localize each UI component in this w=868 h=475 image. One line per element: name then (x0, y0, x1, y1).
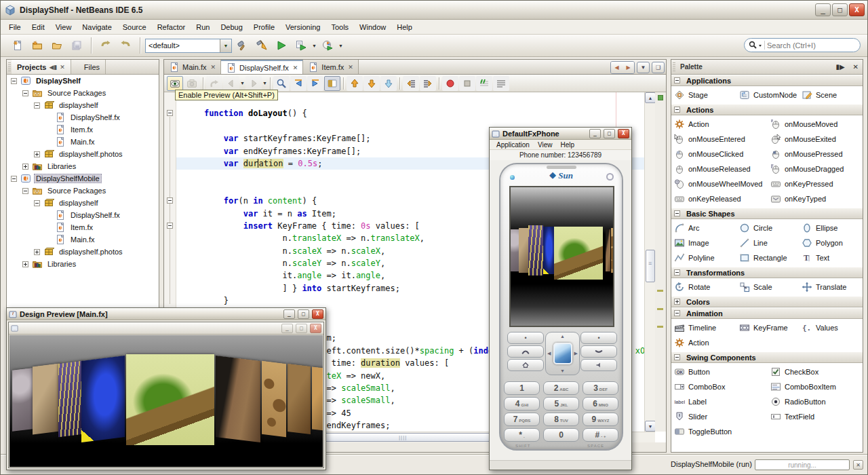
tree-node-displayshelf-photos[interactable]: displayshelf.photos (7, 246, 159, 258)
menu-debug[interactable]: Debug (215, 20, 248, 35)
quick-search[interactable] (744, 38, 861, 52)
right-softkey[interactable]: • (580, 332, 617, 344)
code-fold-handle[interactable] (167, 110, 173, 116)
palette-item-line[interactable]: Line (739, 235, 802, 250)
menu-versioning[interactable]: Versioning (280, 20, 326, 35)
search-input[interactable] (767, 41, 863, 50)
design-preview-titlebar[interactable]: Design Preview [Main.fx] _ □ X (7, 308, 326, 320)
menu-file[interactable]: File (3, 20, 26, 35)
close-tab-icon[interactable]: ✕ (293, 64, 298, 71)
phone-menu-application[interactable]: Application (492, 141, 534, 149)
editor-tab-main-fx[interactable]: Main.fx✕ (164, 60, 221, 74)
palette-item-customnode[interactable]: CustomNode (739, 88, 802, 102)
save-all-button[interactable] (67, 36, 86, 55)
tree-node-displayshelf[interactable]: DisplayShelf (7, 75, 159, 87)
collapse-handle[interactable] (11, 78, 17, 84)
tree-node-displayshelf[interactable]: displayshelf (7, 197, 159, 209)
code-fold-handle[interactable] (167, 223, 173, 229)
menu-help[interactable]: Help (391, 20, 418, 35)
phone-dpad[interactable]: ▲ ▼ ◀ ▶ (545, 332, 580, 375)
record-macro-button[interactable] (442, 76, 458, 91)
collapse-handle[interactable] (22, 90, 28, 96)
prev-occurrence-button[interactable] (290, 76, 307, 91)
debug-button[interactable] (292, 36, 311, 55)
collapse-category-handle[interactable] (674, 310, 680, 316)
tree-node-libraries[interactable]: Libraries (7, 160, 159, 172)
nav-back-button[interactable] (223, 76, 239, 91)
find-button[interactable] (273, 76, 290, 91)
menu-navigate[interactable]: Navigate (77, 20, 117, 35)
close-panel-icon[interactable]: ✕ (60, 64, 65, 71)
phone-key-3[interactable]: 3DEF (583, 381, 618, 395)
palette-item-onkeypressed[interactable]: onKeyPressed (770, 176, 863, 191)
undo-button[interactable] (96, 36, 115, 55)
palette-item-textfield[interactable]: TextField (770, 409, 863, 424)
preview-eye-button[interactable] (167, 76, 183, 91)
comment-button[interactable] (476, 76, 492, 91)
menu-refactor[interactable]: Refactor (152, 20, 191, 35)
palette-item-togglebutton[interactable]: ToggleButton (674, 424, 770, 439)
phone-key-star[interactable]: *. (504, 428, 540, 442)
collapse-category-handle[interactable] (674, 354, 680, 360)
palette-item-values[interactable]: {..}Values (802, 320, 863, 335)
display-shelf-carousel[interactable] (9, 335, 323, 467)
palette-category-transformations[interactable]: Transformations (671, 267, 863, 278)
minimize-window-group-icon[interactable]: ◀▮ (49, 64, 57, 71)
palette-category-animation[interactable]: Animation (671, 307, 863, 319)
close-tab-icon[interactable]: ✕ (348, 64, 353, 71)
menu-window[interactable]: Window (354, 20, 391, 35)
maximize-editor-button[interactable]: ❑ (652, 62, 665, 73)
collapse-handle[interactable] (11, 176, 17, 182)
palette-item-label[interactable]: labelLabel (674, 394, 770, 409)
palette-category-colors[interactable]: Colors (671, 296, 863, 307)
preview-close-button[interactable]: X (312, 309, 323, 319)
window-titlebar[interactable]: DisplayShelf - NetBeans IDE 6.5 _ □ X (1, 1, 868, 20)
phone-screen[interactable] (509, 186, 614, 327)
palette-item-rectangle[interactable]: Rectangle (739, 250, 802, 265)
phone-key-7[interactable]: 7PQRS (504, 413, 540, 426)
fx-stage-titlebar[interactable]: _ □ X (9, 322, 323, 335)
call-key[interactable] (507, 345, 544, 358)
tree-node-libraries[interactable]: Libraries (7, 258, 159, 270)
palette-item-onkeytyped[interactable]: onKeyTyped (770, 191, 863, 206)
palette-item-onmousemoved[interactable]: onMouseMoved (770, 117, 863, 132)
profile-button[interactable] (318, 36, 337, 55)
phone-key-2[interactable]: 2ABC (543, 381, 579, 395)
palette-item-action[interactable]: Action (674, 335, 739, 350)
collapse-handle[interactable] (34, 200, 40, 206)
tree-node-displayshelf-fx[interactable]: DisplayShelf.fx (7, 111, 159, 124)
menu-tools[interactable]: Tools (326, 20, 354, 35)
palette-item-text[interactable]: TText (802, 250, 863, 265)
tab-list-dropdown-button[interactable]: ▼ (637, 62, 650, 73)
clean-build-button[interactable] (252, 36, 271, 55)
run-button[interactable] (272, 36, 291, 55)
menu-profile[interactable]: Profile (248, 20, 280, 35)
phone-key-0[interactable]: 0 (543, 428, 579, 442)
phone-close-button[interactable]: X (618, 129, 629, 138)
scroll-up-button[interactable]: ▲ (645, 92, 656, 103)
palette-item-onmousepressed[interactable]: onMousePressed (770, 147, 863, 162)
collapse-category-handle[interactable] (674, 107, 680, 113)
dpad-select-key[interactable] (553, 343, 572, 364)
expand-handle[interactable] (22, 261, 28, 267)
toggle-highlight-button[interactable] (324, 76, 340, 91)
palette-item-scene[interactable]: Scene (802, 88, 863, 102)
phone-key-hash[interactable]: #- + (583, 428, 618, 442)
tree-node-main-fx[interactable]: Main.fx (7, 136, 159, 148)
phone-key-8[interactable]: 8TUV (543, 413, 579, 426)
phone-maximize-button[interactable]: □ (604, 129, 615, 138)
collapse-handle[interactable] (22, 188, 28, 194)
next-occurrence-button[interactable] (307, 76, 323, 91)
uncomment-button[interactable] (493, 76, 509, 91)
stop-macro-button[interactable] (459, 76, 475, 91)
error-stripe[interactable] (655, 92, 666, 432)
preview-minimize-button[interactable]: _ (283, 309, 295, 319)
palette-item-onmouseclicked[interactable]: onMouseClicked (674, 147, 770, 162)
tab-projects[interactable]: Projects ◀▮ ✕ (12, 60, 71, 74)
debug-dropdown-icon[interactable]: ▼ (311, 36, 317, 55)
palette-item-keyframe[interactable]: KeyFrame (739, 320, 802, 335)
palette-item-checkbox[interactable]: CheckBox (770, 364, 863, 379)
phone-key-4[interactable]: 4GHI (504, 397, 540, 411)
collapse-handle[interactable] (34, 102, 40, 109)
cancel-task-button[interactable]: ✕ (853, 460, 863, 470)
